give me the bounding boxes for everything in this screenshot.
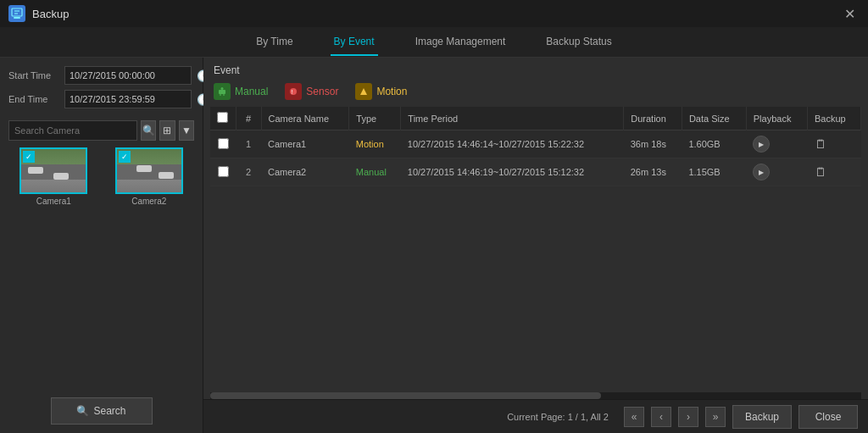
page-info: Current Page: 1 / 1, All 2 (214, 412, 609, 422)
row2-play-button[interactable]: ▶ (753, 164, 770, 180)
event-section-label: Event (203, 58, 868, 80)
row2-duration: 26m 13s (624, 158, 682, 186)
row2-backup-icon[interactable]: 🗒 (815, 165, 826, 179)
filter-row: Manual ! Sensor Motion (203, 80, 868, 107)
table-row: 2 Camera2 Manual 10/27/2015 14:46:19~10/… (210, 158, 861, 186)
window-title: Backup (32, 8, 69, 20)
start-time-input[interactable] (64, 66, 192, 85)
camera-name-2: Camera2 (131, 197, 166, 206)
tab-bar: By Time By Event Image Management Backup… (0, 27, 868, 58)
row1-checkbox-cell (210, 130, 236, 158)
row1-type: Motion (349, 130, 401, 158)
backup-button[interactable]: Backup (732, 405, 792, 429)
svg-rect-4 (219, 90, 225, 94)
camera-list-expand-btn[interactable]: ▼ (179, 120, 194, 141)
row1-checkbox[interactable] (218, 138, 229, 149)
col-duration: Duration (624, 107, 682, 130)
tab-image-management[interactable]: Image Management (412, 29, 509, 56)
row2-type: Manual (349, 158, 401, 186)
start-time-label: Start Time (8, 70, 59, 80)
camera-name-1: Camera1 (36, 197, 71, 206)
manual-filter-icon (214, 83, 231, 100)
event-table: # Camera Name Type Time Period Duration … (210, 107, 861, 186)
table-row: 1 Camera1 Motion 10/27/2015 14:46:14~10/… (210, 130, 861, 158)
row1-duration: 36m 18s (624, 130, 682, 158)
row1-time-period: 10/27/2015 14:46:14~10/27/2015 15:22:32 (401, 130, 624, 158)
sensor-filter-icon: ! (285, 83, 302, 100)
nav-first-button[interactable]: « (624, 407, 644, 427)
row2-num: 2 (236, 158, 261, 186)
tab-backup-status[interactable]: Backup Status (542, 29, 615, 56)
right-panel: Event Manual ! Sensor (203, 58, 868, 433)
col-playback: Playback (746, 107, 807, 130)
camera-check-2: ✓ (119, 151, 131, 163)
nav-prev-button[interactable]: ‹ (651, 407, 671, 427)
svg-rect-1 (14, 17, 20, 19)
col-time-period: Time Period (401, 107, 624, 130)
row2-playback-cell: ▶ (746, 158, 807, 186)
camera-search-icon-btn[interactable]: 🔍 (141, 120, 156, 141)
camera-check-1: ✓ (23, 151, 35, 163)
title-bar-left: Backup (8, 5, 69, 22)
camera-thumb-img-1: ✓ (19, 147, 87, 194)
row1-num: 1 (236, 130, 261, 158)
row2-camera: Camera2 (261, 158, 349, 186)
row1-data-size: 1.60GB (682, 130, 746, 158)
row1-camera: Camera1 (261, 130, 349, 158)
row2-time-period: 10/27/2015 14:46:19~10/27/2015 15:12:32 (401, 158, 624, 186)
svg-rect-0 (12, 8, 22, 16)
motion-filter-icon (355, 83, 372, 100)
tab-by-time[interactable]: By Time (253, 29, 296, 56)
svg-text:!: ! (292, 89, 293, 95)
row1-backup-icon[interactable]: 🗒 (815, 137, 826, 151)
row1-play-button[interactable]: ▶ (753, 136, 770, 153)
bottom-bar: Current Page: 1 / 1, All 2 « ‹ › » Backu… (203, 399, 868, 433)
camera-search-input[interactable] (8, 120, 137, 141)
camera-thumb-img-2: ✓ (115, 147, 183, 194)
svg-marker-10 (360, 88, 367, 95)
select-all-checkbox[interactable] (217, 112, 228, 123)
end-time-label: End Time (8, 94, 59, 104)
filter-sensor[interactable]: ! Sensor (285, 83, 338, 100)
col-camera-name: Camera Name (261, 107, 349, 130)
col-backup: Backup (808, 107, 861, 130)
camera-thumb-1[interactable]: ✓ Camera1 (8, 147, 99, 389)
sensor-filter-label: Sensor (306, 86, 338, 97)
row1-playback-cell: ▶ (746, 130, 807, 158)
manual-filter-label: Manual (235, 86, 268, 97)
row1-backup-cell: 🗒 (808, 130, 861, 158)
row2-data-size: 1.15GB (682, 158, 746, 186)
row2-checkbox[interactable] (218, 166, 229, 177)
filter-manual[interactable]: Manual (214, 83, 268, 100)
row2-checkbox-cell (210, 158, 236, 186)
start-time-row: Start Time 🕐 (8, 66, 194, 85)
svg-point-5 (221, 87, 224, 90)
search-button[interactable]: 🔍 Search (51, 397, 153, 425)
title-bar: Backup ✕ (0, 0, 868, 27)
camera-search-row: 🔍 ⊞ ▼ (8, 120, 194, 141)
scrollbar-thumb (210, 392, 601, 399)
row2-backup-cell: 🗒 (808, 158, 861, 186)
nav-last-button[interactable]: » (705, 407, 726, 427)
app-icon (8, 5, 25, 22)
window-close-button[interactable]: ✕ (839, 3, 860, 24)
backup-window: Backup ✕ By Time By Event Image Manageme… (0, 0, 868, 433)
table-header-row: # Camera Name Type Time Period Duration … (210, 107, 861, 130)
col-num: # (236, 107, 261, 130)
col-type: Type (349, 107, 401, 130)
search-button-label: Search (93, 405, 125, 417)
horizontal-scrollbar[interactable] (210, 392, 861, 399)
filter-motion[interactable]: Motion (355, 83, 407, 100)
col-data-size: Data Size (682, 107, 746, 130)
end-time-row: End Time 🕐 (8, 90, 194, 108)
tab-by-event[interactable]: By Event (331, 29, 378, 56)
event-table-container: # Camera Name Type Time Period Duration … (203, 107, 868, 392)
camera-thumb-2[interactable]: ✓ Camera2 (104, 147, 195, 389)
search-icon: 🔍 (76, 405, 89, 417)
close-button[interactable]: Close (798, 405, 858, 429)
col-checkbox (210, 107, 236, 130)
camera-grid-view-btn[interactable]: ⊞ (159, 120, 175, 141)
nav-next-button[interactable]: › (678, 407, 698, 427)
end-time-input[interactable] (64, 90, 192, 108)
camera-grid: ✓ Camera1 ✓ Camera2 (8, 147, 194, 389)
